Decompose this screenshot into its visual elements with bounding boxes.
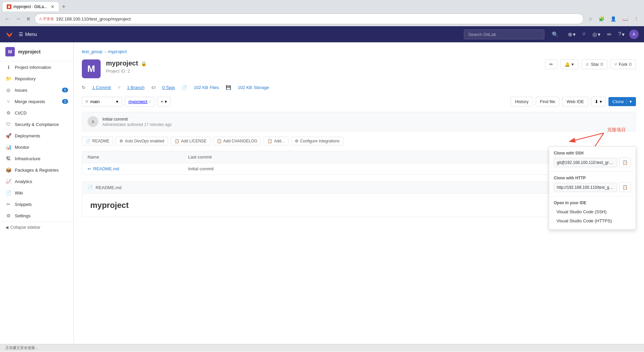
breadcrumb-project-link[interactable]: myproject — [108, 49, 127, 54]
clone-ssh-copy-btn[interactable]: 📋 — [619, 158, 631, 167]
web-ide-button[interactable]: Web IDE — [562, 97, 588, 106]
sidebar-item-settings[interactable]: ⚙ Settings — [0, 210, 73, 221]
auto-devops-btn[interactable]: ⚙ Auto DevOps enabled — [116, 137, 168, 145]
new-item-button[interactable]: ⊕ ▾ — [566, 29, 578, 40]
file-icon: ↩ — [88, 166, 91, 171]
address-bar[interactable]: ⚠ 不安全 192.168.100.110/test_group/myproje… — [35, 13, 584, 24]
sidebar-item-cicd[interactable]: ⚙ CI/CD — [0, 107, 73, 119]
packages-icon: 📦 — [5, 167, 11, 173]
tags-stat[interactable]: 0 Tags — [162, 85, 175, 90]
download-button[interactable]: ⬇ ▾ — [591, 97, 606, 106]
sidebar-item-monitor[interactable]: 📊 Monitor — [0, 141, 73, 153]
edit-nav-btn[interactable]: ✏ — [605, 29, 613, 40]
notification-btn[interactable]: 🔔 ▾ — [560, 59, 578, 69]
back-button[interactable]: ← — [3, 14, 11, 23]
sidebar-item-merge-requests[interactable]: ⑂ Merge requests 0 — [0, 96, 73, 107]
sidebar-item-label: Packages & Registries — [15, 168, 59, 173]
issues-dropdown: ▾ — [598, 31, 600, 38]
breadcrumb: test_group › myproject — [82, 49, 636, 54]
add-license-btn[interactable]: 📋 Add LICENSE — [171, 137, 210, 145]
issues-nav-btn[interactable]: ◎ ▾ — [590, 29, 602, 40]
sidebar-item-analytics[interactable]: 📈 Analytics — [0, 176, 73, 187]
vscode-https-item[interactable]: Visual Studio Code (HTTPS) — [554, 216, 631, 225]
file-action-buttons: 📄 README ⚙ Auto DevOps enabled 📋 Add LIC… — [82, 137, 636, 145]
edit-project-btn[interactable]: ✏ — [545, 59, 557, 69]
download-icon: ⬇ — [595, 99, 598, 104]
commit-meta: Administrator authored 17 minutes ago — [102, 122, 630, 127]
fork-icon: ⑂ — [614, 62, 617, 67]
sidebar-project-avatar: M — [5, 47, 15, 56]
star-icon: ☆ — [585, 62, 589, 67]
reload-button[interactable]: ✕ — [25, 14, 32, 24]
menu-icon: ☰ — [19, 32, 23, 37]
profile-btn[interactable]: 👤 — [608, 15, 618, 23]
path-breadcrumb: myproject / — [125, 97, 154, 106]
add-changelog-btn[interactable]: 📋 Add CHANGELOG — [213, 137, 261, 145]
collapse-sidebar-btn[interactable]: ◀ Collapse sidebar — [0, 221, 73, 233]
add-file-btn[interactable]: + ▾ — [157, 97, 171, 106]
sidebar-item-label: Analytics — [15, 179, 32, 184]
menu-btn[interactable]: ⋮ — [632, 15, 641, 23]
sidebar-project-header[interactable]: M myproject — [0, 42, 73, 61]
gitlab-logo[interactable] — [5, 30, 13, 38]
col-name-header: Name — [82, 151, 183, 163]
add-more-btn[interactable]: 📋 Add... — [264, 137, 288, 145]
browser-tab[interactable]: myproject · GitLa... ✕ — [3, 2, 59, 11]
sidebar-item-project-info[interactable]: ℹ Project information — [0, 61, 73, 73]
clone-ssh-input[interactable] — [554, 158, 617, 167]
sidebar-item-security[interactable]: 🛡 Security & Compliance — [0, 119, 73, 130]
sidebar-item-label: Settings — [15, 213, 31, 218]
branch-selector[interactable]: ⑂ main ▾ — [82, 97, 122, 106]
path-repo-link[interactable]: myproject — [128, 99, 147, 104]
info-icon: ℹ — [5, 64, 11, 70]
add-dropdown-icon: ▾ — [165, 99, 167, 104]
commit-info: Initial commit Administrator authored 17… — [102, 117, 630, 127]
sidebar-item-label: Deployments — [15, 133, 40, 138]
status-bar: 正在建立安全连接... — [0, 344, 644, 351]
user-avatar[interactable]: A — [629, 30, 639, 39]
sidebar-item-repository[interactable]: 📁 Repository — [0, 73, 73, 84]
sidebar-item-packages[interactable]: 📦 Packages & Registries — [0, 164, 73, 176]
commits-stat[interactable]: 1 Commit — [92, 85, 111, 90]
merge-requests-badge: 0 — [62, 99, 68, 104]
issues-badge: 0 — [62, 88, 68, 92]
menu-button[interactable]: ☰ Menu — [19, 32, 37, 37]
top-navigation: ☰ Menu 🔍 ⊕ ▾ ⑂ ◎ ▾ ✏ ? ▾ A — [0, 26, 644, 42]
bookmark-btn[interactable]: ☆ — [586, 15, 595, 23]
breadcrumb-separator: › — [104, 49, 106, 54]
reader-btn[interactable]: 📖 — [620, 15, 630, 23]
gitlab-fox-icon — [5, 30, 13, 38]
sidebar-item-wiki[interactable]: 📄 Wiki — [0, 187, 73, 199]
forward-button[interactable]: → — [14, 14, 22, 23]
sidebar-item-deployments[interactable]: 🚀 Deployments — [0, 130, 73, 141]
star-btn[interactable]: ☆ Star 0 — [581, 59, 607, 69]
clone-button[interactable]: Clone ▾ — [608, 97, 636, 106]
configure-integrations-btn[interactable]: ⚙ Configure Integrations — [291, 137, 343, 145]
sidebar-item-snippets[interactable]: ✂ Snippets — [0, 199, 73, 210]
breadcrumb-group-link[interactable]: test_group — [82, 49, 102, 54]
sidebar-item-infrastructure[interactable]: 🏗 Infrastructure — [0, 153, 73, 164]
new-tab-button[interactable]: + — [60, 3, 68, 11]
tab-close-btn[interactable]: ✕ — [51, 4, 55, 9]
analytics-icon: 📈 — [5, 179, 11, 184]
storage-stat: 102 KB Storage — [238, 85, 269, 90]
notification-icon: 🔔 — [565, 62, 570, 67]
find-file-button[interactable]: Find file — [536, 97, 560, 106]
sidebar-item-issues[interactable]: ◎ Issues 0 — [0, 84, 73, 96]
snippets-icon: ✂ — [5, 202, 11, 207]
global-search-input[interactable] — [464, 30, 544, 39]
merge-requests-nav-btn[interactable]: ⑂ — [580, 29, 588, 39]
file-name-link[interactable]: ↩ README.md — [88, 166, 177, 171]
clone-http-input[interactable] — [554, 183, 617, 192]
extensions-btn[interactable]: 🧩 — [597, 15, 606, 23]
search-button[interactable]: 🔍 — [550, 29, 560, 40]
branch-icon: ⑂ — [86, 99, 88, 104]
vscode-ssh-item[interactable]: Visual Studio Code (SSH) — [554, 207, 631, 216]
history-button[interactable]: History — [511, 97, 533, 106]
fork-btn[interactable]: ⑂ Fork 0 — [610, 59, 636, 69]
readme-btn[interactable]: 📄 README — [82, 137, 113, 145]
help-btn[interactable]: ? ▾ — [616, 29, 627, 40]
deployments-icon: 🚀 — [5, 133, 11, 138]
clone-http-copy-btn[interactable]: 📋 — [619, 182, 631, 192]
branches-stat[interactable]: 1 Branch — [127, 85, 145, 90]
